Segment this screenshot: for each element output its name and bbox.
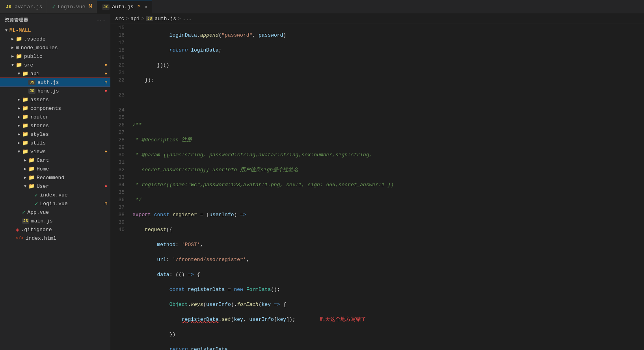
home-js-badge: ●	[104, 89, 110, 93]
public-label: public	[24, 54, 43, 59]
views-arrow: ▼	[16, 150, 22, 154]
code-line-19	[132, 91, 644, 99]
sidebar-item-home-folder[interactable]: ▶ 📁 Home	[0, 165, 110, 173]
code-line-33: })	[132, 331, 644, 338]
sidebar-item-user[interactable]: ▼ 📁 User ●	[0, 182, 110, 191]
code-line-16: return loginData;	[132, 46, 644, 54]
assets-folder-icon: 📁	[22, 96, 28, 103]
sidebar-item-cart[interactable]: ▶ 📁 Cart	[0, 156, 110, 165]
login-vue-badge: M	[104, 201, 110, 206]
gitignore-icon: ◈	[16, 226, 19, 233]
sidebar-item-index-html[interactable]: </> index.html	[0, 234, 110, 243]
sidebar-item-node-modules[interactable]: ▶ ⊞ node_modules	[0, 43, 110, 52]
code-line-15: loginData.append("password", password)	[132, 31, 644, 39]
code-line-26: request({	[132, 226, 644, 233]
sidebar-item-gitignore[interactable]: ◈ .gitignore	[0, 225, 110, 234]
src-label: src	[24, 62, 33, 68]
breadcrumb-sep1: >	[126, 16, 129, 22]
utils-label: utils	[30, 140, 46, 146]
sidebar-item-public[interactable]: ▶ 📁 public	[0, 52, 110, 61]
login-vue-icon: ✓	[35, 200, 38, 207]
api-badge: ●	[104, 71, 110, 76]
app-vue-label: App.vue	[27, 209, 49, 215]
sidebar-item-home-js[interactable]: JS home.js ●	[0, 87, 110, 95]
sidebar-item-app-vue[interactable]: ✓ App.vue	[0, 208, 110, 217]
sidebar-more-icon[interactable]: ···	[97, 18, 106, 22]
cart-folder-icon: 📁	[28, 157, 35, 163]
auth-js-label: auth.js	[37, 80, 59, 85]
code-line-32: registerData.set(key, userInfo[key]); 昨天…	[132, 316, 644, 323]
index-vue-icon: ✓	[35, 192, 38, 198]
index-vue-label: index.vue	[40, 192, 67, 198]
code-line-28: url: '/frontend/sso/register',	[132, 256, 644, 263]
sidebar-item-vscode[interactable]: ▶ 📁 .vscode	[0, 35, 110, 43]
code-line-25: export const register = (userInfo) =>	[132, 211, 644, 219]
recommend-arrow: ▶	[22, 175, 28, 180]
tree-root[interactable]: ▼ ML-MALL	[0, 26, 110, 35]
sidebar-item-recommend[interactable]: ▶ 📁 Recommend	[0, 173, 110, 182]
main-area: 资源管理器 ··· ▼ ML-MALL ▶ 📁 .vscode ▶ ⊞ node…	[0, 14, 644, 350]
sidebar-item-api[interactable]: ▼ 📁 api ●	[0, 69, 110, 78]
sidebar-item-styles[interactable]: ▶ 📁 styles	[0, 130, 110, 139]
sidebar: 资源管理器 ··· ▼ ML-MALL ▶ 📁 .vscode ▶ ⊞ node…	[0, 14, 110, 350]
home-folder-label: Home	[37, 166, 49, 172]
tab-close-icon[interactable]: ✕	[145, 4, 147, 9]
vue-file-icon: ✓	[52, 4, 55, 10]
styles-folder-icon: 📁	[22, 131, 28, 137]
code-line-22b: secret_answer:string}} userInfo 用户信息sign…	[132, 166, 644, 174]
api-label: api	[30, 71, 39, 77]
router-folder-icon: 📁	[22, 114, 28, 120]
index-html-label: index.html	[26, 235, 56, 241]
sidebar-item-login-vue[interactable]: ✓ Login.vue M	[0, 199, 110, 208]
node-modules-arrow: ▶	[9, 45, 16, 50]
code-content[interactable]: loginData.append("password", password) r…	[129, 24, 644, 350]
recommend-folder-icon: 📁	[28, 174, 35, 181]
src-badge: ●	[104, 63, 110, 67]
src-folder-icon: 📁	[16, 62, 22, 68]
code-line-24: */	[132, 196, 644, 204]
tab-avatar-label: avatar.js	[15, 4, 42, 10]
home-folder-icon: 📁	[28, 166, 35, 172]
auth-js-badge: M	[104, 80, 110, 85]
sidebar-item-index-vue[interactable]: ✓ index.vue	[0, 191, 110, 199]
sidebar-item-views[interactable]: ▼ 📁 views ●	[0, 147, 110, 156]
sidebar-item-router[interactable]: ▶ 📁 router	[0, 113, 110, 121]
tab-auth[interactable]: JS auth.js M ✕	[97, 0, 152, 13]
sidebar-item-auth-js[interactable]: JS auth.js M	[0, 78, 110, 87]
sidebar-item-components[interactable]: ▶ 📁 components	[0, 104, 110, 113]
tab-login[interactable]: ✓ Login.vue M	[47, 0, 97, 13]
sidebar-item-utils[interactable]: ▶ 📁 utils	[0, 139, 110, 147]
tab-login-label: Login.vue	[58, 4, 85, 10]
home-folder-arrow: ▶	[22, 167, 28, 171]
breadcrumb-src: src	[115, 16, 124, 22]
sidebar-header: 资源管理器 ···	[0, 14, 110, 26]
tab-avatar[interactable]: JS avatar.js	[0, 0, 47, 13]
stores-label: stores	[30, 123, 49, 129]
views-label: views	[30, 149, 46, 155]
sidebar-item-main-js[interactable]: JS main.js	[0, 217, 110, 225]
assets-arrow: ▶	[16, 97, 22, 102]
breadcrumb-sep3: >	[178, 16, 181, 22]
views-folder-icon: 📁	[22, 148, 28, 155]
code-line-21: /**	[132, 121, 644, 129]
root-label: ML-MALL	[9, 28, 31, 33]
code-container[interactable]: 15 16 17 18 19 20 21 22 23 24 25 26 27 2…	[110, 24, 644, 350]
vscode-folder-icon: 📁	[16, 36, 22, 42]
user-label: User	[37, 183, 49, 189]
stores-folder-icon: 📁	[22, 122, 28, 129]
api-arrow: ▼	[16, 72, 22, 76]
code-line-31: Object.keys(userInfo).forEach(key => {	[132, 301, 644, 308]
breadcrumb-filename: auth.js	[154, 16, 176, 22]
login-vue-label: Login.vue	[40, 201, 67, 207]
code-line-29: data: (() => {	[132, 271, 644, 278]
vscode-label: .vscode	[24, 36, 46, 42]
src-arrow: ▼	[9, 63, 16, 67]
breadcrumb-js-icon: JS	[146, 16, 153, 21]
views-badge: ●	[104, 149, 110, 154]
tab-auth-label: auth.js	[112, 4, 134, 10]
home-js-icon: JS	[28, 89, 35, 94]
sidebar-item-src[interactable]: ▼ 📁 src ●	[0, 61, 110, 69]
sidebar-item-assets[interactable]: ▶ 📁 assets	[0, 95, 110, 104]
code-line-30: const registerData = new FormData();	[132, 286, 644, 293]
sidebar-item-stores[interactable]: ▶ 📁 stores	[0, 121, 110, 130]
